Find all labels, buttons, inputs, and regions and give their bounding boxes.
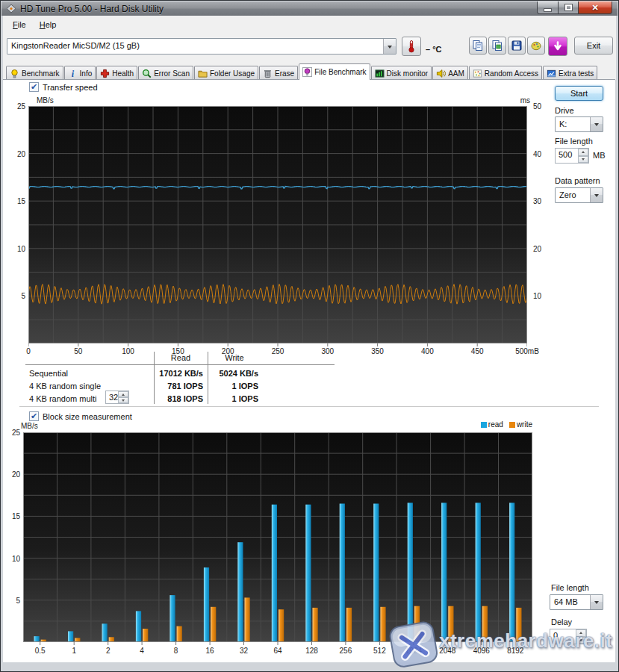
block-file-length-label: File length [551,583,589,592]
minimize-icon [544,8,552,12]
bar-chart-y-tick: 20 [3,470,20,479]
copy-image-button[interactable] [488,37,506,55]
speaker-icon [436,69,446,78]
tab-folder-usage[interactable]: Folder Usage [194,66,258,80]
watermark-text: xtremehardware.it [439,629,612,653]
close-icon: ✕ [591,4,598,12]
exit-button[interactable]: Exit [574,37,613,55]
maximize-icon [565,4,572,10]
table-divider [208,352,208,404]
block-size-label: Block size measurement [43,412,132,421]
minimize-button[interactable] [537,1,559,14]
block-length-select-arrow[interactable] [590,595,603,609]
transfer-speed-checkbox[interactable] [29,82,39,92]
chevron-down-icon [594,194,599,199]
top-chart-x-tick: 50 [62,347,95,355]
random-single-write-value: 1 IOPS [211,382,258,391]
top-chart-y-tick: 10 [4,245,25,253]
file-length-spinner[interactable]: 500 [555,148,589,164]
top-chart-y2-unit: ms [511,96,530,105]
top-chart-y2-tick: 50 [533,102,553,111]
tab-label: File Benchmark [314,68,366,76]
target-drive-value: K: [556,117,590,131]
menu-file[interactable]: File [6,17,33,32]
transfer-speed-checkbox-row: Transfer speed [29,82,98,92]
top-chart-x-tick: 500mB [511,347,544,355]
data-pattern-select[interactable]: Zero [555,187,603,203]
drive-select-value: KingstonReader MicSD/M2 (15 gB) [7,39,383,54]
trash-icon [263,69,273,78]
tab-benchmark[interactable]: Benchmark [6,66,63,80]
bar-chart-y-unit: MB/s [21,422,38,430]
start-button[interactable]: Start [555,86,603,101]
transfer-speed-chart [28,106,527,346]
title-bar[interactable]: HD Tune Pro 5.00 - Hard Disk Utility [1,1,618,16]
extra-tests-icon [547,69,556,78]
health-cross-icon [100,69,110,78]
drive-select[interactable]: KingstonReader MicSD/M2 (15 gB) [7,38,396,55]
top-chart-y2-tick: 40 [533,150,553,158]
temperature-button[interactable] [402,37,421,56]
top-chart-y2-tick: 10 [533,292,553,300]
color-options-button[interactable] [527,37,545,55]
drive-label: Drive [555,106,574,115]
close-button[interactable]: ✕ [579,1,612,14]
bar-chart-x-tick: 16 [193,647,226,655]
top-chart-x-tick: 300 [311,347,344,355]
bar-chart-x-tick: 2 [92,647,125,655]
copy-text-button[interactable] [469,37,487,55]
magnifier-icon [142,69,152,78]
write-color-swatch [509,422,515,428]
copy-icon [472,40,484,52]
top-chart-x-tick: 350 [361,347,394,355]
capture-download-button[interactable] [548,37,567,56]
menu-help[interactable]: Help [33,17,63,32]
up-arrow-icon [582,149,585,153]
top-chart-x-tick: 150 [161,347,194,355]
chevron-down-icon [594,123,599,128]
pattern-select-arrow[interactable] [590,188,603,202]
chart-legend: read write [414,420,532,429]
legend-read-label: read [488,420,503,429]
palette-icon [530,40,542,52]
bulb-yellow-icon [10,69,19,78]
bulb-purple-icon [302,67,312,77]
tab-label: Extra tests [559,69,594,78]
tab-erase[interactable]: Erase [259,66,298,80]
chevron-down-icon [594,601,599,606]
tab-label: Info [80,69,93,78]
spinner-up-button[interactable] [578,149,588,156]
bar-chart-x-tick: 0.5 [24,647,57,655]
drive-select-arrow[interactable] [590,117,603,131]
tab-random-access[interactable]: Random Access [469,66,542,80]
top-chart-x-tick: 400 [411,347,444,355]
info-icon: i [68,69,78,78]
watermark-logo [386,618,443,672]
save-button[interactable] [508,37,526,55]
tab-disk-monitor[interactable]: Disk monitor [371,66,432,80]
target-drive-select[interactable]: K: [555,116,603,132]
legend-write-label: write [517,420,532,429]
block-size-checkbox[interactable] [29,411,39,421]
spinner-down-button[interactable] [578,156,588,164]
svg-text:i: i [71,69,74,78]
tab-health[interactable]: Health [96,66,137,80]
tab-extra-tests[interactable]: Extra tests [543,66,597,80]
transfer-speed-label: Transfer speed [43,83,98,92]
tab-info[interactable]: i Info [64,66,96,80]
tab-error-scan[interactable]: Error Scan [138,66,193,80]
sequential-read-value: 17012 KB/s [115,369,203,378]
tab-file-benchmark[interactable]: File Benchmark [299,63,370,80]
bar-chart-y-tick: 5 [3,597,20,605]
tab-bar: Benchmark i Info Health Error Scan Folde… [3,63,616,80]
tab-label: Erase [275,69,294,78]
spinner-buttons [578,149,588,163]
drive-select-arrow[interactable] [383,39,396,54]
menu-bar: File Help [3,16,616,34]
bar-chart-x-tick: 256 [329,647,362,655]
delay-label: Delay [551,617,572,626]
tab-aam[interactable]: AAM [432,66,468,80]
maximize-button[interactable] [559,1,579,14]
window-frame: HD Tune Pro 5.00 - Hard Disk Utility ✕ F… [0,0,619,672]
block-file-length-select[interactable]: 64 MB [550,594,603,610]
